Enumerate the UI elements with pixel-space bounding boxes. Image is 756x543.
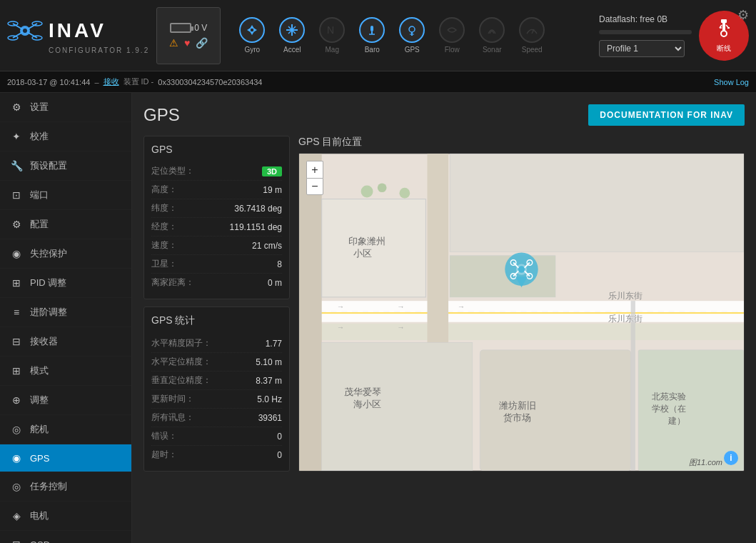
sidebar-item-settings[interactable]: ⚙ 设置: [0, 93, 131, 122]
gps-altitude-label: 高度：: [151, 184, 177, 196]
pid-icon: ⊞: [10, 277, 23, 289]
accel-svg: [285, 23, 299, 37]
sidebar-item-pid[interactable]: ⊞ PID 调整: [0, 269, 131, 298]
zoom-out-button[interactable]: −: [306, 178, 323, 195]
stats-row-update: 更新时间： 5.0 Hz: [151, 390, 282, 409]
speed-label: Speed: [522, 46, 543, 54]
dataflash-profile: Dataflash: free 0B Profile 1 Profile 2 P…: [599, 14, 692, 57]
settings-icon: ⚙: [10, 101, 23, 113]
vacc-label: 垂直定位精度：: [151, 374, 211, 387]
gps-nav-icon: ◉: [10, 452, 23, 464]
map-title: GPS 目前位置: [298, 136, 745, 149]
right-panel: Dataflash: free 0B Profile 1 Profile 2 P…: [599, 11, 749, 61]
stats-row-hdop: 水平精度因子： 1.77: [151, 334, 282, 353]
gps-speed-label: 速度：: [151, 239, 177, 251]
baro-svg: [365, 23, 379, 37]
svg-text:海小区: 海小区: [353, 399, 381, 409]
svg-point-71: [518, 266, 525, 273]
sidebar: ⚙ 设置 ✦ 校准 🔧 预设配置 ⊡ 端口 ⚙ 配置 ◉ 失控保护 ⊞ PID …: [0, 93, 132, 543]
sidebar-item-preset[interactable]: 🔧 预设配置: [0, 151, 131, 181]
accel-icon-circle: [279, 17, 305, 43]
update-label: 更新时间：: [151, 393, 194, 405]
sidebar-label-port: 端口: [30, 189, 49, 201]
connect-link[interactable]: 接收: [104, 76, 119, 87]
gps-lat-label: 纬度：: [151, 202, 177, 214]
mag-label: Mag: [325, 46, 338, 54]
sonar-label: Sonar: [483, 46, 502, 54]
svg-point-60: [399, 188, 410, 199]
gear-icon-top[interactable]: ⚙: [737, 7, 749, 23]
sidebar-item-adjust[interactable]: ⊕ 调整: [0, 386, 131, 415]
sensor-speed: Speed: [513, 7, 550, 64]
timestamp: 2018-03-17 @ 10:41:44: [7, 78, 90, 86]
sidebar-item-servo[interactable]: ◎ 舵机: [0, 415, 131, 444]
msgs-value: 39361: [258, 413, 282, 423]
sidebar-item-receiver[interactable]: ⊟ 接收器: [0, 327, 131, 357]
stats-row-hacc: 水平定位精度： 5.10 m: [151, 353, 282, 372]
page-title: GPS: [143, 105, 180, 125]
sidebar-label-calibrate: 校准: [30, 130, 49, 143]
gps-dist-value: 0 m: [268, 278, 282, 288]
sidebar-item-modes[interactable]: ⊞ 模式: [0, 357, 131, 386]
gps-dist-label: 离家距离：: [151, 277, 194, 289]
sidebar-label-config: 配置: [30, 218, 49, 231]
sensor-sonar: Sonar: [473, 7, 510, 64]
servo-icon: ◎: [10, 424, 23, 435]
map-container[interactable]: → → → → → 印象潍州 小区: [298, 153, 745, 472]
flow-icon-circle: [439, 17, 465, 43]
sidebar-item-port[interactable]: ⊡ 端口: [0, 181, 131, 210]
svg-text:→: →: [337, 302, 345, 311]
documentation-button[interactable]: DOCUMENTATION FOR INAV: [588, 104, 745, 126]
gps-left: GPS 定位类型： 3D 高度： 19 m 纬度： 36.7418 deg: [143, 136, 290, 472]
gps-sat-label: 卫星：: [151, 258, 177, 270]
preset-icon: 🔧: [10, 160, 23, 171]
sidebar-label-motor: 电机: [30, 509, 49, 522]
gps-row-speed: 速度： 21 cm/s: [151, 236, 282, 255]
gps-stats-panel: GPS 统计 水平精度因子： 1.77 水平定位精度： 5.10 m 垂直定位精…: [143, 307, 290, 472]
svg-rect-31: [299, 324, 744, 340]
gps-icon-circle: [399, 17, 425, 43]
failsafe-icon: ◉: [10, 248, 23, 259]
sidebar-item-calibrate[interactable]: ✦ 校准: [0, 122, 131, 151]
sensor-icons: Gyro Accel N Mag: [233, 7, 550, 64]
heart-icon: ♥: [184, 37, 190, 49]
calibrate-icon: ✦: [10, 131, 23, 142]
svg-rect-20: [721, 19, 727, 23]
sidebar-item-mission[interactable]: ◎ 任务控制: [0, 472, 131, 502]
svg-text:学校（在: 学校（在: [652, 404, 686, 414]
stats-row-msgs: 所有讯息： 39361: [151, 409, 282, 427]
gps-row-sat: 卫星： 8: [151, 255, 282, 274]
hdop-label: 水平精度因子：: [151, 337, 211, 349]
svg-rect-42: [450, 154, 744, 251]
zoom-in-button[interactable]: +: [306, 161, 323, 178]
hacc-value: 5.10 m: [256, 357, 282, 367]
sidebar-label-gps: GPS: [30, 453, 49, 464]
sidebar-item-osd[interactable]: ⊟ OSD: [0, 531, 131, 543]
svg-text:→: →: [458, 302, 465, 311]
svg-text:乐川东街: 乐川东街: [608, 291, 642, 300]
sidebar-item-gps[interactable]: ◉ GPS: [0, 444, 131, 472]
device-label: 装置 ID -: [124, 76, 154, 87]
gps-panel: GPS 定位类型： 3D 高度： 19 m 纬度： 36.7418 deg: [143, 136, 290, 299]
sidebar-item-advanced[interactable]: ≡ 进阶调整: [0, 298, 131, 327]
profile-select[interactable]: Profile 1 Profile 2 Profile 3: [599, 40, 685, 57]
sidebar-label-preset: 预设配置: [30, 159, 67, 172]
sidebar-item-config[interactable]: ⚙ 配置: [0, 210, 131, 239]
svg-text:北苑实验: 北苑实验: [652, 392, 686, 401]
gps-type-label: 定位类型：: [151, 165, 194, 177]
sidebar-label-settings: 设置: [30, 101, 49, 114]
sensor-gps-icon: GPS: [393, 7, 430, 64]
stats-row-timeout: 超时： 0: [151, 446, 282, 464]
gps-sat-value: 8: [277, 259, 282, 269]
svg-text:→: →: [397, 302, 405, 311]
svg-text:潍坊新旧: 潍坊新旧: [499, 401, 536, 411]
show-log-button[interactable]: Show Log: [714, 78, 749, 86]
osd-icon: ⊟: [10, 539, 23, 543]
sidebar-item-failsafe[interactable]: ◉ 失控保护: [0, 239, 131, 269]
vacc-value: 8.37 m: [256, 376, 282, 386]
update-value: 5.0 Hz: [257, 394, 282, 404]
sidebar-item-motor[interactable]: ◈ 电机: [0, 502, 131, 531]
map-info-button[interactable]: i: [724, 451, 738, 465]
warning-icon: ⚠: [169, 37, 178, 49]
gps-right: GPS 目前位置 →: [298, 136, 745, 472]
